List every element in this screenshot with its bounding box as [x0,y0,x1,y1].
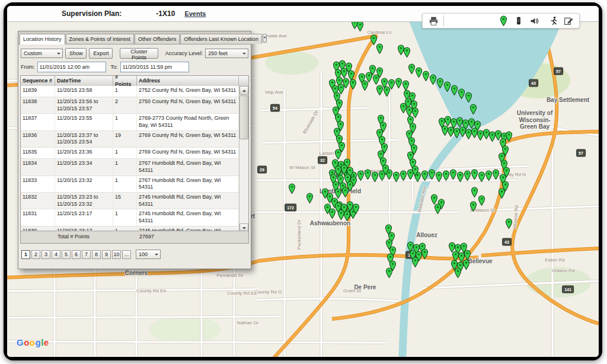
table-row[interactable]: 1183911/20/15 23:5812752 County Rd N, Gr… [21,86,239,97]
location-pin[interactable] [498,188,506,199]
page-button-4[interactable]: 4 [52,250,60,259]
scroll-up-icon[interactable] [239,86,248,95]
tab-zones-points-of-interest[interactable]: Zones & Points of Interest [66,34,135,44]
runner-icon[interactable] [547,15,559,27]
table-row[interactable]: 1183611/20/15 23:37 to 11/20/15 23:54192… [21,131,239,148]
page-button-1[interactable]: 1 [21,250,30,259]
show-button[interactable]: Show [65,48,87,59]
table-cell: 11/20/15 23:56 to 11/20/15 23:57 [55,97,113,113]
location-pin[interactable] [465,92,472,103]
location-pin[interactable] [400,103,407,113]
table-cell: 1 [113,86,137,97]
map-street-label: W Mason St [289,165,315,170]
table-cell: 11838 [21,97,55,113]
export-button[interactable]: Export [89,48,113,59]
location-pin[interactable] [382,164,389,175]
col-header-address[interactable]: Address [137,76,239,86]
location-pin[interactable] [385,267,393,278]
location-pin[interactable] [478,195,485,206]
page-button-9[interactable]: 9 [102,250,111,259]
table-cell: 1 [113,159,137,175]
page-button-6[interactable]: 6 [72,250,81,259]
location-pin[interactable] [469,104,477,114]
page-button-7[interactable]: 7 [82,250,91,259]
location-pin[interactable] [376,67,384,78]
device-icon[interactable] [513,15,525,27]
printer-icon[interactable] [427,15,439,27]
edit-icon[interactable] [563,15,574,27]
table-row[interactable]: 1183811/20/15 23:56 to 11/20/15 23:57227… [21,97,239,114]
location-pin[interactable] [376,43,384,54]
supervision-plan-label: Supervision Plan: [62,9,122,18]
speaker-icon[interactable] [528,15,540,27]
highway-shield: 43 [529,79,538,87]
location-pin[interactable] [352,203,360,214]
map-street-label: Riverside Dr [302,110,320,135]
table-row[interactable]: 1183511/20/15 23:3612769 County Rd N, Gr… [21,148,239,159]
col-header-points[interactable]: # Points [113,76,137,86]
accuracy-level-label: Accuracy Level: [165,50,203,56]
location-pin[interactable] [334,149,342,159]
highway-shield: 172 [285,204,296,212]
location-pin[interactable] [411,257,419,267]
page-size-select[interactable]: 100 [136,250,161,259]
col-header-sequence[interactable]: Sequence # [21,76,55,86]
location-pin[interactable] [492,169,500,180]
scrollbar-thumb[interactable] [239,95,248,139]
page-button-3[interactable]: 3 [41,250,50,259]
location-pin[interactable] [383,86,391,97]
table-cell: 11833 [21,176,55,192]
from-date-input[interactable] [37,62,106,72]
location-pin[interactable] [454,267,462,278]
location-pin[interactable] [434,203,442,214]
location-pin[interactable] [356,21,364,31]
to-date-input[interactable] [120,62,189,72]
table-footer: Total # Points 27697 [21,231,248,243]
panel-tab-bar: Location HistoryZones & Points of Intere… [18,31,251,44]
location-pin[interactable] [369,65,376,75]
table-cell: 2 [113,97,137,113]
table-cell: 11834 [21,159,55,175]
table-row[interactable]: 1183211/20/15 23:23 to 11/20/15 23:32152… [21,193,239,209]
location-pin[interactable] [421,248,429,259]
page-button-2[interactable]: 2 [31,250,40,259]
page-button-8[interactable]: 8 [92,250,101,259]
table-row[interactable]: 1183711/20/15 23:5512769-2773 County Roa… [21,114,239,130]
from-label: From: [21,64,35,70]
table-cell: 11/20/15 23:17 [55,209,113,225]
location-pin[interactable] [403,47,411,58]
range-select[interactable]: Custom [21,49,63,58]
events-link[interactable]: Events [184,10,206,17]
google-logo-letter: e [44,337,49,347]
location-pin[interactable] [469,201,477,212]
table-cell: 2769 County Rd N, Green Bay, WI 54311 [137,148,239,158]
location-pin[interactable] [288,183,296,194]
toolbar [422,13,580,28]
table-row[interactable]: 1183311/20/15 23:3212767 Humboldt Rd, Gr… [21,176,239,193]
tab-other-offenders[interactable]: Other Offenders [135,34,180,44]
location-pin[interactable] [349,79,357,90]
location-pin[interactable] [505,218,513,229]
location-pin[interactable] [361,80,369,91]
highway-shield: 57 [554,68,563,75]
location-table: Sequence # DateTime # Points Address 118… [20,75,249,244]
table-scrollbar[interactable] [239,86,248,232]
close-icon[interactable]: × [263,34,267,43]
accuracy-select[interactable]: 250 feet [205,49,248,58]
page-button-...[interactable]: ... [122,250,131,259]
tab-location-history[interactable]: Location History [20,34,65,44]
page-button-10[interactable]: 10 [112,250,121,259]
table-row[interactable]: 1183411/20/15 23:3412767 Humboldt Rd, Gr… [21,159,239,175]
col-header-datetime[interactable]: DateTime [55,76,113,86]
location-pin[interactable] [462,259,470,270]
location-pin-icon[interactable] [497,15,509,27]
location-pin[interactable] [341,187,349,197]
table-cell: 2769 County Rd N, Green Bay, WI 54311 [137,131,239,147]
location-pin[interactable] [411,165,419,176]
tab-offenders-last-known-location[interactable]: Offenders Last Known Location [180,34,261,44]
table-row[interactable]: 1183111/20/15 23:1712745 Humboldt Rd, Gr… [21,209,239,226]
location-pin[interactable] [306,193,314,203]
cluster-points-button[interactable]: Cluster Points [120,48,158,59]
map-street-label: Packerland Dr [296,220,302,250]
page-button-5[interactable]: 5 [62,250,71,259]
